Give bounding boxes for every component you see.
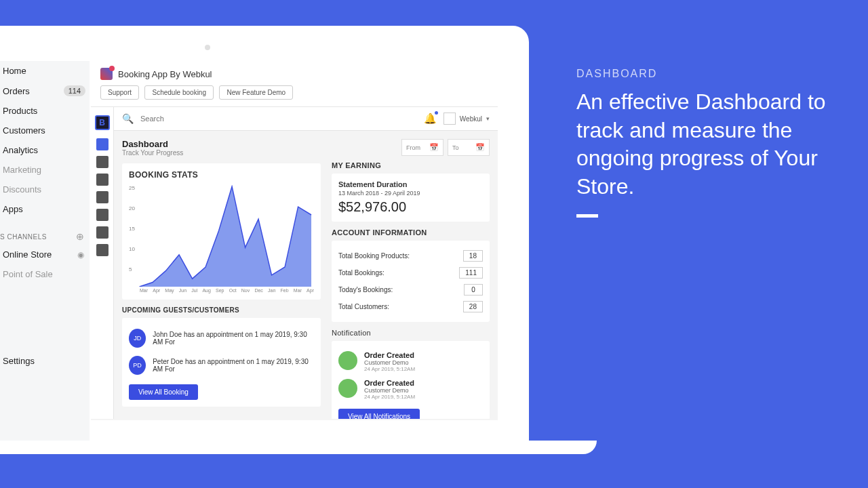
user-menu[interactable]: Webkul ▾	[443, 113, 490, 125]
app-title: Booking App By Webkul	[118, 69, 212, 79]
info-row: Total Bookings:111	[338, 264, 483, 281]
guest-text: John Doe has an appointment on 1 may 201…	[153, 331, 314, 346]
earning-amount: $52,976.00	[338, 199, 483, 215]
notification-status-icon	[338, 379, 357, 398]
rail-grid-icon[interactable]	[96, 191, 108, 203]
account-info-card: Total Booking Products:18 Total Bookings…	[332, 241, 490, 322]
nav-settings[interactable]: Settings	[3, 356, 35, 366]
dashboard-subtitle: Track Your Progress	[122, 149, 183, 157]
statement-range: 13 March 2018 - 29 April 2019	[338, 190, 483, 197]
notification-subtitle: Customer Demo	[364, 359, 415, 366]
search-icon[interactable]: 🔍	[122, 113, 134, 124]
calendar-icon: 📅	[475, 143, 485, 152]
rail-misc-icon[interactable]	[96, 244, 108, 256]
app-topbar: 🔍 🔔 Webkul ▾	[114, 107, 498, 131]
shopify-sidebar: Home Orders114 Products Customers Analyt…	[0, 61, 90, 441]
rail-calendar-icon[interactable]	[96, 156, 108, 168]
user-avatar	[443, 113, 456, 125]
new-feature-demo-button[interactable]: New Feature Demo	[219, 85, 293, 100]
nav-pos[interactable]: Point of Sale	[0, 264, 90, 284]
nav-analytics[interactable]: Analytics	[0, 140, 90, 160]
statement-label: Statement Duration	[338, 180, 483, 188]
promo-headline: An effective Dashboard to track and meas…	[576, 88, 827, 201]
nav-marketing[interactable]: Marketing	[0, 160, 90, 180]
notifications-card: Order Created Customer Demo 24 Apr 2019,…	[332, 341, 490, 419]
notification-title-text: Order Created	[364, 351, 415, 359]
notification-row: Order Created Customer Demo 24 Apr 2019,…	[338, 348, 483, 375]
booking-stats-card: BOOKING STATS 25 20 15 10 5	[122, 163, 321, 300]
info-row: Total Booking Products:18	[338, 247, 483, 264]
rail-users-icon[interactable]	[96, 209, 108, 221]
app-embed: Booking App By Webkul Support Schedule b…	[91, 61, 498, 420]
booking-stats-chart: 25 20 15 10 5	[129, 185, 314, 287]
nav-customers[interactable]: Customers	[0, 121, 90, 140]
nav-online-store[interactable]: Online Store◉	[0, 245, 90, 264]
add-channel-icon[interactable]: ⊕	[76, 231, 85, 242]
nav-channels-header: S CHANNELS⊕	[0, 219, 90, 245]
chevron-down-icon: ▾	[486, 115, 490, 122]
upcoming-title: UPCOMING GUESTS/CUSTOMERS	[122, 306, 321, 314]
nav-products[interactable]: Products	[0, 101, 90, 121]
nav-orders[interactable]: Orders114	[0, 81, 90, 101]
nav-discounts[interactable]: Discounts	[0, 180, 90, 199]
notification-title: Notification	[332, 329, 490, 337]
search-input[interactable]	[140, 115, 417, 123]
rail-list-icon[interactable]	[96, 174, 108, 186]
promo-eyebrow: DASHBOARD	[576, 68, 827, 80]
app-header: Booking App By Webkul Support Schedule b…	[91, 61, 498, 107]
promo-divider	[576, 214, 598, 218]
view-all-booking-button[interactable]: View All Booking	[129, 384, 198, 400]
notification-subtitle: Customer Demo	[364, 387, 415, 394]
earning-card: Statement Duration 13 March 2018 - 29 Ap…	[332, 174, 490, 222]
guest-avatar: PD	[129, 356, 146, 375]
device-camera	[205, 45, 210, 50]
eye-icon[interactable]: ◉	[77, 250, 84, 260]
date-from-input[interactable]: From📅	[401, 139, 443, 156]
guest-row: JD John Doe has an appointment on 1 may …	[129, 325, 314, 352]
view-all-notifications-button[interactable]: View All Notifications	[338, 409, 420, 419]
orders-badge: 114	[64, 85, 85, 96]
info-row: Total Customers:28	[338, 298, 483, 315]
notification-status-icon	[338, 351, 357, 370]
dashboard-title: Dashboard	[122, 139, 183, 149]
calendar-icon: 📅	[429, 143, 439, 152]
bell-icon[interactable]: 🔔	[424, 113, 437, 125]
rail-settings-icon[interactable]	[96, 226, 108, 239]
booking-stats-title: BOOKING STATS	[129, 170, 314, 180]
device-base	[0, 441, 597, 454]
notification-row: Order Created Customer Demo 24 Apr 2019,…	[338, 375, 483, 403]
account-info-title: ACCOUNT INFORMATION	[332, 228, 490, 237]
date-to-input[interactable]: To📅	[448, 139, 490, 156]
notification-time: 24 Apr 2019, 5:12AM	[364, 366, 415, 372]
chart-x-axis: MarAprMayJunJulAugSepOctNovDecJanFebMarA…	[129, 288, 314, 293]
schedule-booking-button[interactable]: Schedule booking	[144, 85, 214, 100]
notification-title-text: Order Created	[364, 379, 415, 387]
rail-logo-icon[interactable]: B	[95, 115, 110, 130]
nav-home[interactable]: Home	[0, 61, 90, 81]
promo-panel: DASHBOARD An effective Dashboard to trac…	[576, 68, 827, 218]
guest-text: Peter Doe has an appointment on 1 may 20…	[153, 358, 314, 373]
notification-time: 24 Apr 2019, 5:12AM	[364, 394, 415, 400]
support-button[interactable]: Support	[100, 85, 139, 100]
rail-dashboard-icon[interactable]	[96, 138, 108, 150]
app-logo-icon	[100, 68, 113, 80]
upcoming-guests-card: JD John Doe has an appointment on 1 may …	[122, 318, 321, 407]
guest-avatar: JD	[129, 329, 146, 348]
nav-apps[interactable]: Apps	[0, 199, 90, 219]
user-name: Webkul	[460, 115, 482, 123]
guest-row: PD Peter Doe has an appointment on 1 may…	[129, 352, 314, 379]
app-icon-rail: B	[91, 107, 114, 419]
my-earning-title: MY EARNING	[332, 161, 490, 169]
info-row: Today's Bookings:0	[338, 281, 483, 298]
